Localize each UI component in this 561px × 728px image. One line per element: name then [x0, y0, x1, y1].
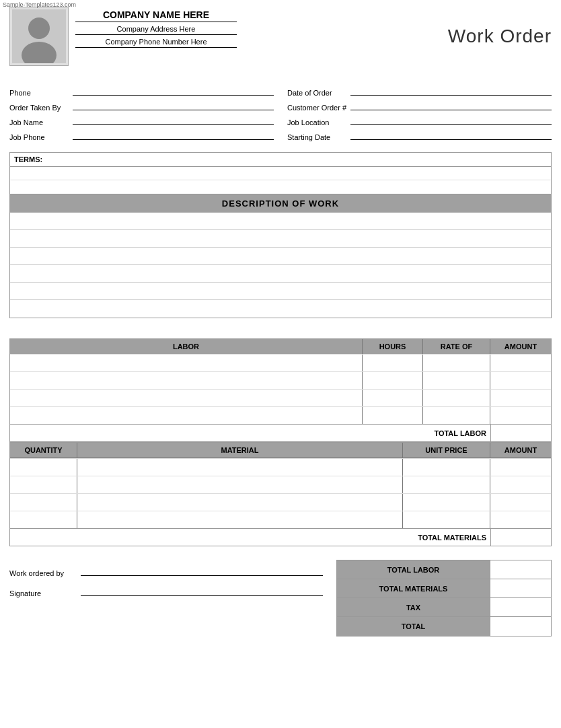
mat-total-row: TOTAL MATERIALS — [10, 528, 551, 546]
signature-input[interactable] — [81, 587, 323, 596]
mat-col-mat-header: MATERIAL — [77, 443, 403, 458]
labor-total-value[interactable] — [490, 425, 551, 441]
labor-header-row: LABOR HOURS RATE OF AMOUNT — [10, 339, 551, 354]
totals-labor-label: TOTAL LABOR — [337, 560, 490, 579]
totals-row-materials: TOTAL MATERIALS — [337, 579, 551, 598]
desc-row-4[interactable] — [10, 265, 551, 283]
header-left: COMPANY NAME HERE Company Address Here C… — [9, 7, 237, 66]
description-header: DESCRIPTION OF WORK — [10, 194, 551, 213]
starting-date-input[interactable] — [350, 131, 552, 140]
customer-order-label: Customer Order # — [287, 104, 348, 112]
job-name-field: Job Name — [9, 116, 274, 126]
starting-date-label: Starting Date — [287, 133, 348, 141]
description-rows — [10, 213, 551, 318]
totals-materials-value[interactable] — [490, 579, 551, 597]
materials-section: QUANTITY MATERIAL UNIT PRICE AMOUNT — [9, 442, 552, 546]
fields-row-3: Job Name Job Location — [9, 116, 552, 126]
totals-total-label: TOTAL — [337, 617, 490, 636]
terms-row-1[interactable] — [10, 167, 551, 180]
job-name-input[interactable] — [73, 116, 274, 125]
company-logo — [9, 7, 69, 66]
svg-point-1 — [28, 17, 50, 39]
totals-row-labor: TOTAL LABOR — [337, 560, 551, 579]
totals-row-tax: TAX — [337, 598, 551, 617]
totals-row-total: TOTAL — [337, 617, 551, 636]
labor-col-labor-header: LABOR — [10, 339, 363, 354]
labor-total-row: TOTAL LABOR — [10, 424, 551, 441]
customer-order-input[interactable] — [350, 101, 552, 110]
company-address: Company Address Here — [75, 25, 237, 35]
totals-labor-value[interactable] — [490, 560, 551, 579]
mat-col-unit-header: UNIT PRICE — [403, 443, 490, 458]
labor-data-row-2[interactable] — [10, 371, 551, 389]
order-taken-by-input[interactable] — [73, 101, 274, 110]
labor-total-label: TOTAL LABOR — [10, 429, 490, 437]
totals-tax-value[interactable] — [490, 598, 551, 616]
labor-col-rate-header: RATE OF — [423, 339, 490, 354]
phone-input[interactable] — [73, 86, 274, 96]
desc-row-3[interactable] — [10, 248, 551, 265]
job-phone-field: Job Phone — [9, 131, 274, 141]
desc-row-2[interactable] — [10, 230, 551, 248]
date-of-order-input[interactable] — [350, 86, 552, 96]
description-section: DESCRIPTION OF WORK — [9, 194, 552, 318]
totals-tax-label: TAX — [337, 598, 490, 616]
company-name: COMPANY NAME HERE — [75, 9, 237, 22]
job-phone-input[interactable] — [73, 131, 274, 140]
signature-label: Signature — [9, 589, 77, 597]
job-location-label: Job Location — [287, 118, 348, 126]
mat-col-qty-header: QUANTITY — [10, 443, 77, 458]
desc-row-5[interactable] — [10, 283, 551, 300]
signature-row: Signature — [9, 587, 323, 597]
terms-rows — [10, 167, 551, 194]
signature-section: Work ordered by Signature — [9, 560, 323, 607]
work-ordered-by-row: Work ordered by — [9, 567, 323, 577]
order-taken-by-label: Order Taken By — [9, 104, 70, 112]
mat-total-value[interactable] — [490, 529, 551, 546]
terms-row-2[interactable] — [10, 180, 551, 194]
desc-row-1[interactable] — [10, 213, 551, 230]
labor-data-row-3[interactable] — [10, 389, 551, 406]
mat-col-amount-header: AMOUNT — [490, 443, 551, 458]
terms-header: TERMS: — [10, 153, 551, 167]
fields-row-1: Phone Date of Order — [9, 86, 552, 97]
watermark: Sample-Templates123.com — [3, 1, 76, 8]
job-location-input[interactable] — [350, 116, 552, 125]
totals-materials-label: TOTAL MATERIALS — [337, 579, 490, 597]
job-phone-label: Job Phone — [9, 133, 70, 141]
phone-field: Phone — [9, 86, 274, 97]
starting-date-field: Starting Date — [287, 131, 552, 141]
fields-section: Phone Date of Order Order Taken By Custo… — [9, 86, 552, 141]
terms-section: TERMS: — [9, 152, 552, 194]
totals-table: TOTAL LABOR TOTAL MATERIALS TAX TOTAL — [336, 560, 552, 636]
labor-col-hours-header: HOURS — [363, 339, 423, 354]
labor-data-row-4[interactable] — [10, 406, 551, 424]
work-ordered-by-label: Work ordered by — [9, 569, 77, 577]
order-taken-by-field: Order Taken By — [9, 101, 274, 112]
mat-data-row-4[interactable] — [10, 511, 551, 528]
materials-header-row: QUANTITY MATERIAL UNIT PRICE AMOUNT — [10, 443, 551, 458]
customer-order-field: Customer Order # — [287, 101, 552, 112]
mat-data-row-2[interactable] — [10, 476, 551, 493]
fields-row-4: Job Phone Starting Date — [9, 131, 552, 141]
mat-data-row-1[interactable] — [10, 458, 551, 476]
company-info: COMPANY NAME HERE Company Address Here C… — [75, 7, 237, 48]
work-order-title: Work Order — [448, 26, 552, 47]
header-section: COMPANY NAME HERE Company Address Here C… — [9, 7, 552, 66]
work-ordered-by-input[interactable] — [81, 567, 323, 576]
totals-total-value[interactable] — [490, 617, 551, 636]
labor-section: LABOR HOURS RATE OF AMOUNT — [9, 338, 552, 442]
mat-data-row-3[interactable] — [10, 493, 551, 511]
work-order-page: Sample-Templates123.com COMPANY NAME HER… — [0, 0, 561, 646]
fields-row-2: Order Taken By Customer Order # — [9, 101, 552, 112]
job-name-label: Job Name — [9, 118, 70, 126]
date-of-order-label: Date of Order — [287, 89, 348, 97]
date-of-order-field: Date of Order — [287, 86, 552, 97]
desc-row-6[interactable] — [10, 300, 551, 318]
phone-label: Phone — [9, 89, 70, 97]
mat-total-label: TOTAL MATERIALS — [10, 534, 490, 542]
summary-section: Work ordered by Signature TOTAL LABOR TO… — [9, 560, 552, 636]
labor-col-amount-header: AMOUNT — [490, 339, 551, 354]
labor-data-row-1[interactable] — [10, 354, 551, 371]
job-location-field: Job Location — [287, 116, 552, 126]
